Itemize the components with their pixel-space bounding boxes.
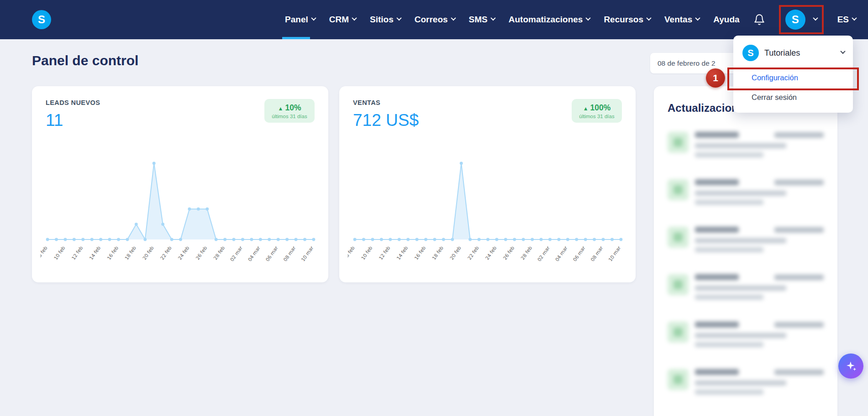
blurred-text-line	[695, 380, 786, 385]
language-selector[interactable]: ES	[837, 15, 856, 25]
sales-trend-pct: 100%	[590, 103, 611, 112]
data-point	[250, 238, 253, 241]
data-point	[312, 238, 316, 241]
user-avatar[interactable]: S	[785, 10, 805, 30]
x-axis-tick-label: 22 feb	[159, 245, 173, 261]
sales-card-header: VENTAS 712 US$ ▲100% últimos 31 días	[353, 99, 622, 130]
ai-assistant-button[interactable]	[838, 354, 863, 379]
nav-item-recursos-label: Recursos	[604, 15, 643, 25]
nav-menu: Panel CRM Sitios Correos SMS Automatizac…	[285, 0, 856, 39]
sales-chart-area: 08 feb10 feb12 feb14 feb16 feb18 feb20 f…	[347, 143, 627, 280]
data-point	[303, 238, 306, 241]
page-title: Panel de control	[32, 53, 138, 68]
data-point	[486, 238, 489, 241]
blurred-date	[774, 180, 824, 185]
notification-bell-button[interactable]	[753, 14, 765, 26]
data-point	[620, 238, 623, 241]
update-item[interactable]	[668, 274, 824, 300]
brand-logo[interactable]: S	[32, 10, 51, 29]
blurred-title	[695, 179, 739, 185]
x-axis-tick-label: 10 mar	[300, 245, 315, 262]
blurred-text-line	[695, 200, 763, 205]
x-axis-tick-label: 08 feb	[347, 245, 356, 261]
x-axis-tick-label: 28 feb	[520, 245, 533, 261]
nav-item-ventas[interactable]: Ventas	[664, 0, 700, 39]
data-point	[416, 238, 419, 241]
update-item[interactable]	[668, 322, 824, 347]
sales-trend-chart: 08 feb10 feb12 feb14 feb16 feb18 feb20 f…	[347, 143, 627, 280]
sales-metric-card: VENTAS 712 US$ ▲100% últimos 31 días 08 …	[339, 86, 636, 282]
data-point	[170, 238, 174, 241]
data-point	[531, 238, 534, 241]
annotation-step-badge: 1	[706, 68, 725, 88]
sales-card-left: VENTAS 712 US$	[353, 99, 419, 130]
data-point	[135, 223, 138, 226]
blurred-text-line	[695, 295, 763, 300]
trend-up-icon: ▲	[278, 105, 284, 112]
x-axis-tick-label: 28 feb	[212, 245, 226, 261]
sales-metric-label: VENTAS	[353, 99, 419, 106]
x-axis-tick-label: 08 mar	[282, 245, 297, 262]
update-item-content	[695, 179, 824, 205]
workspace-selector[interactable]: S Tutoriales	[733, 39, 853, 68]
nav-item-sitios[interactable]: Sitios	[370, 0, 401, 39]
data-point	[371, 238, 374, 241]
data-point	[285, 238, 289, 241]
chevron-down-icon	[695, 16, 700, 21]
data-point	[602, 238, 605, 241]
bell-icon	[753, 14, 765, 26]
menu-item-configuracion[interactable]: Configuración	[733, 68, 853, 88]
blurred-date	[774, 322, 824, 328]
data-point	[179, 238, 182, 241]
sales-trend-badge: ▲100% últimos 31 días	[572, 99, 622, 123]
nav-item-correos[interactable]: Correos	[415, 0, 455, 39]
sparkle-icon	[845, 360, 857, 373]
dashboard-page: { "navbar": { "logo_letter": "S", "items…	[0, 0, 868, 416]
leads-card-header: LEADS NUEVOS 11 ▲10% últimos 31 días	[46, 99, 315, 130]
nav-item-panel[interactable]: Panel	[285, 0, 316, 39]
update-item[interactable]	[668, 227, 824, 252]
x-axis-tick-label: 10 feb	[360, 245, 373, 261]
nav-item-crm[interactable]: CRM	[329, 0, 356, 39]
leads-trend-main: ▲10%	[271, 103, 308, 113]
data-point	[223, 238, 226, 241]
leads-trend-period: últimos 31 días	[271, 114, 308, 119]
data-point	[277, 238, 280, 241]
data-point	[398, 238, 401, 241]
x-axis-tick-label: 02 mar	[537, 245, 551, 262]
data-point	[584, 238, 587, 241]
x-axis-tick-label: 26 feb	[502, 245, 515, 261]
data-point	[380, 238, 383, 241]
x-axis-tick-label: 12 feb	[378, 245, 391, 261]
workspace-logo: S	[742, 45, 759, 61]
data-point	[424, 238, 427, 241]
updates-list	[668, 132, 824, 395]
nav-item-ayuda[interactable]: Ayuda	[713, 0, 739, 39]
update-type-icon	[668, 132, 689, 153]
leads-trend-chart: 08 feb10 feb12 feb14 feb16 feb18 feb20 f…	[40, 143, 320, 280]
x-axis-tick-label: 10 feb	[53, 245, 66, 261]
data-point	[90, 238, 94, 241]
update-item[interactable]	[668, 179, 824, 205]
trend-area	[355, 163, 621, 239]
x-axis-tick-label: 08 mar	[589, 245, 604, 262]
nav-item-recursos[interactable]: Recursos	[604, 0, 651, 39]
data-point	[442, 238, 445, 241]
update-item[interactable]	[668, 369, 824, 395]
language-label: ES	[837, 15, 849, 25]
menu-item-cerrar-sesion[interactable]: Cerrar sesión	[733, 88, 853, 107]
x-axis-tick-label: 16 feb	[106, 245, 119, 261]
nav-item-automatizaciones[interactable]: Automatizaciones	[509, 0, 590, 39]
data-point	[406, 238, 410, 241]
update-item-content	[695, 227, 824, 252]
data-point	[504, 238, 507, 241]
nav-item-ventas-label: Ventas	[664, 15, 692, 25]
update-item[interactable]	[668, 132, 824, 157]
data-point	[81, 238, 84, 241]
data-point	[126, 238, 129, 241]
nav-item-sms-label: SMS	[469, 15, 488, 25]
nav-item-sms[interactable]: SMS	[469, 0, 495, 39]
blurred-text-line	[695, 342, 763, 347]
x-axis-tick-label: 20 feb	[142, 245, 155, 261]
step-number: 1	[713, 73, 718, 83]
